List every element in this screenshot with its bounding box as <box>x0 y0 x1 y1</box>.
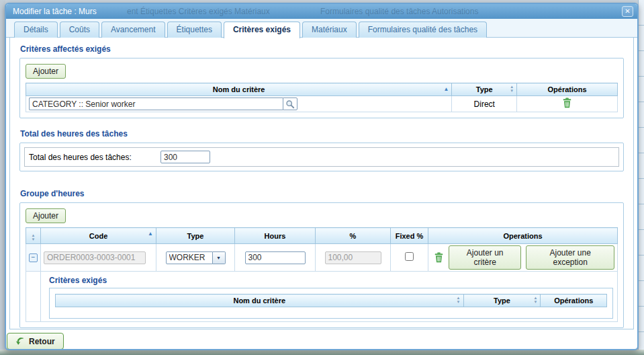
criterion-bandbox <box>29 97 297 110</box>
criteres-affectes-groupbox: Ajouter Nom du critère ▲ Type ▲▼ <box>19 58 624 118</box>
background-ghost-tabs-right: Formulaires qualité des tâches Autorisat… <box>320 4 478 19</box>
section-title-total-heures: Total des heures des tâches <box>20 129 624 139</box>
column-header-code[interactable]: Code ▲ <box>41 228 156 244</box>
fixed-percent-checkbox[interactable] <box>405 252 414 261</box>
column-header-operations[interactable]: Operations <box>428 228 618 244</box>
nested-criteres-table: Nom du critère ▲▼ Type ▲▼ <box>55 294 607 307</box>
column-header-nom-du-critere[interactable]: Nom du critère ▲ <box>26 83 452 96</box>
sort-icon: ▲▼ <box>32 233 36 241</box>
tab-panel-criteres-exiges: Critères affectés exigés Ajouter Nom du … <box>9 38 634 329</box>
tab-details[interactable]: Détails <box>14 22 58 38</box>
sort-icon: ▲▼ <box>534 296 538 304</box>
sort-icon: ▲▼ <box>510 85 514 93</box>
nested-criteres-groupbox: Nom du critère ▲▼ Type ▲▼ <box>49 288 613 319</box>
tab-criteres-exiges[interactable]: Critères exigés <box>224 22 300 38</box>
background-gantt-strip <box>638 0 644 355</box>
collapse-row-icon[interactable]: − <box>29 253 38 262</box>
tab-formulaires-qualite[interactable]: Formulaires qualité des tâches <box>359 22 487 38</box>
total-heures-input[interactable] <box>160 151 210 163</box>
detail-row-spacer <box>26 272 41 322</box>
background-ghost-tabs-left: ent Étiquettes Critères exigés Matériaux <box>127 4 270 19</box>
tab-bar: Détails Coûts Avancement Étiquettes Crit… <box>6 19 637 38</box>
nested-section-title-criteres-exiges: Critères exigés <box>49 276 616 285</box>
delete-criterion-trash-icon[interactable] <box>562 97 572 108</box>
column-header-nom-du-critere[interactable]: Nom du critère ▲▼ <box>56 294 464 307</box>
add-hours-group-button[interactable]: Ajouter <box>26 208 66 223</box>
column-header-operations[interactable]: Opérations <box>541 294 607 307</box>
sort-asc-icon: ▲ <box>443 86 449 92</box>
tab-couts[interactable]: Coûts <box>60 22 99 38</box>
back-button[interactable]: Retour <box>7 333 64 350</box>
column-header-operations[interactable]: Opérations <box>517 83 618 96</box>
background-bottom-strip <box>0 350 644 355</box>
total-heures-groupbox: Total des heures des tâches: <box>19 143 624 171</box>
edit-task-modal: Modifier la tâche : Murs ent Étiquettes … <box>5 3 639 350</box>
column-header-type[interactable]: Type <box>156 228 235 244</box>
column-header-type[interactable]: Type ▲▼ <box>463 294 541 307</box>
chevron-down-icon[interactable]: ▼ <box>213 251 226 264</box>
hours-group-code-input <box>44 251 146 264</box>
add-criterion-top-button[interactable]: Ajouter <box>26 64 66 79</box>
table-row: Direct <box>26 96 618 112</box>
tab-avancement[interactable]: Avancement <box>101 22 165 38</box>
window-title: Modifier la tâche : Murs <box>13 7 97 16</box>
column-header-expand[interactable]: ▲▼ <box>26 228 41 244</box>
percent-input <box>325 251 381 264</box>
sort-asc-icon: ▲ <box>148 231 153 237</box>
column-header-hours[interactable]: Hours <box>235 228 316 244</box>
column-header-percent[interactable]: % <box>316 228 391 244</box>
section-title-criteres-affectes: Critères affectés exigés <box>20 44 624 54</box>
delete-hours-group-trash-icon[interactable] <box>434 252 444 263</box>
hours-group-row: − ▼ <box>26 244 618 272</box>
close-icon[interactable]: ✕ <box>622 6 633 17</box>
column-header-type[interactable]: Type ▲▼ <box>452 83 517 96</box>
criterion-type-cell: Direct <box>452 96 517 112</box>
worker-type-combobox: ▼ <box>166 251 226 264</box>
tab-materiaux[interactable]: Matériaux <box>302 22 357 38</box>
sort-icon: ▲▼ <box>457 296 461 304</box>
hours-group-detail-row: Critères exigés Nom du critère <box>26 272 618 322</box>
groupe-heures-table: ▲▼ Code ▲ Type Hours % Fixed % Operation… <box>26 227 618 322</box>
back-arrow-icon <box>15 336 25 346</box>
section-title-groupe-heures: Groupe d'heures <box>20 189 624 198</box>
column-header-fixed-percent[interactable]: Fixed % <box>391 228 428 244</box>
total-heures-row: Total des heures des tâches: <box>24 147 619 167</box>
groupe-heures-groupbox: Ajouter ▲▼ Code ▲ Ty <box>19 202 624 328</box>
worker-type-input[interactable] <box>166 251 213 264</box>
tab-etiquettes[interactable]: Étiquettes <box>167 22 222 38</box>
total-heures-label: Total des heures des tâches: <box>29 153 160 162</box>
dialog-footer: Retour <box>6 329 637 350</box>
criterion-name-input[interactable] <box>29 97 283 110</box>
criteres-affectes-table: Nom du critère ▲ Type ▲▼ Opérations <box>26 83 618 112</box>
add-exception-button[interactable]: Ajouter une exception <box>526 245 614 270</box>
window-titlebar[interactable]: Modifier la tâche : Murs ent Étiquettes … <box>6 4 637 19</box>
hours-input[interactable] <box>245 251 306 264</box>
add-criterion-to-group-button[interactable]: Ajouter un critère <box>449 245 521 270</box>
search-icon[interactable] <box>283 97 297 110</box>
